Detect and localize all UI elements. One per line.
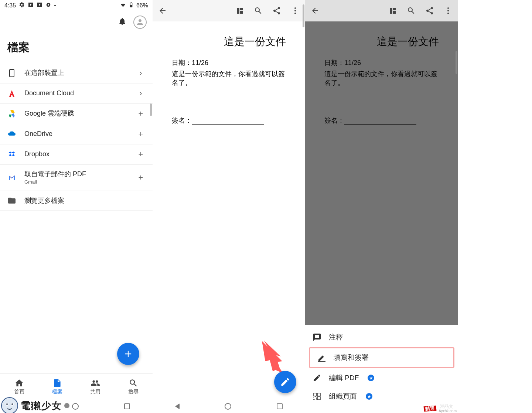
source-label: OneDrive (24, 130, 128, 138)
dot-icon (64, 403, 69, 408)
recents-button[interactable] (124, 403, 130, 409)
source-document-cloud[interactable]: Document Cloud › (0, 83, 153, 104)
onedrive-icon (7, 130, 16, 139)
status-right: 66% (120, 2, 148, 9)
search-icon[interactable] (253, 6, 263, 16)
action-label: 編輯 PDF (329, 373, 359, 383)
pencil-icon (313, 373, 321, 382)
source-gmail-pdf[interactable]: 取自電子郵件的 PDF Gmail + (0, 165, 153, 191)
more-icon[interactable] (290, 6, 300, 16)
view-mode-icon[interactable] (235, 6, 245, 16)
svg-rect-23 (317, 397, 320, 400)
svg-point-12 (294, 10, 296, 11)
google-drive-icon (7, 109, 16, 118)
svg-rect-20 (314, 393, 317, 396)
doc-toolbar (153, 0, 305, 21)
source-label: Google 雲端硬碟 (24, 109, 128, 118)
wifi-icon (120, 2, 126, 9)
svg-rect-21 (317, 393, 320, 396)
svg-rect-10 (240, 11, 243, 14)
circle-icon (45, 2, 51, 9)
svg-point-6 (6, 403, 8, 405)
source-google-drive[interactable]: Google 雲端硬碟 + (0, 104, 153, 124)
arrow-annotation (256, 339, 286, 373)
chevron-right-icon: › (136, 68, 145, 78)
dropbox-icon (7, 150, 16, 159)
nav-search[interactable]: 搜尋 (115, 373, 153, 400)
plus-icon: + (136, 150, 145, 159)
folder-icon (7, 196, 16, 205)
svg-rect-8 (237, 8, 239, 14)
scroll-indicator (150, 103, 152, 116)
plus-icon: + (136, 129, 145, 139)
premium-star-icon (368, 375, 374, 381)
source-browse-more[interactable]: 瀏覽更多檔案 (0, 191, 153, 211)
svg-rect-2 (10, 69, 14, 77)
svg-point-7 (11, 403, 13, 405)
highlight-annotation: 填寫和簽署 (309, 347, 454, 368)
doc-title: 這是一份文件 (172, 35, 286, 49)
premium-star-icon (366, 393, 372, 400)
signature-line (192, 124, 264, 125)
source-label: Dropbox (24, 150, 128, 158)
action-organize-pages[interactable]: 組織頁面 (305, 387, 458, 406)
source-label: 在這部裝置上 (24, 69, 128, 77)
bell-icon[interactable] (118, 17, 127, 27)
adobe-icon (7, 89, 16, 98)
action-comment[interactable]: 注釋 (305, 328, 458, 347)
share-icon[interactable] (425, 6, 434, 16)
fab-add[interactable] (117, 343, 139, 365)
status-time: 4:35 (4, 2, 16, 9)
home-button[interactable] (72, 403, 79, 410)
back-icon[interactable] (158, 6, 167, 16)
source-sublabel: Gmail (24, 179, 128, 185)
doc-body-line: 這是一份示範的文件，你看過就可以簽名了。 (172, 69, 286, 87)
nav-home[interactable]: 首頁 (0, 373, 38, 400)
sign-icon (317, 353, 326, 362)
nav-label: 檔案 (52, 389, 62, 395)
action-label: 填寫和簽署 (334, 353, 369, 362)
back-button[interactable] (175, 403, 180, 409)
android-nav-bar (153, 400, 305, 413)
recents-button[interactable] (277, 403, 283, 409)
panel-action-sheet: 這是一份文件 日期：11/26 這是一份示範的文件，你看過就可以簽名了。 簽名：… (305, 0, 458, 413)
youtube-icon (28, 2, 34, 9)
home-button[interactable] (225, 403, 231, 410)
source-onedrive[interactable]: OneDrive + (0, 124, 153, 144)
svg-point-18 (447, 10, 449, 11)
source-label: 取自電子郵件的 PDF (24, 170, 128, 178)
back-icon[interactable] (310, 6, 320, 16)
source-list: 在這部裝置上 › Document Cloud › Google 雲端硬碟 + … (0, 63, 153, 211)
nav-share[interactable]: 共用 (76, 373, 115, 400)
source-on-device[interactable]: 在這部裝置上 › (0, 63, 153, 83)
doc-date-line: 日期：11/26 (172, 58, 286, 67)
share-icon[interactable] (272, 6, 282, 16)
svg-point-3 (1, 397, 18, 413)
source-dropbox[interactable]: Dropbox + (0, 144, 153, 165)
pages-icon (313, 392, 321, 401)
svg-rect-14 (390, 8, 392, 14)
action-edit-pdf[interactable]: 編輯 PDF (305, 369, 458, 387)
nav-label: 搜尋 (128, 389, 139, 395)
page-title: 檔案 (0, 33, 153, 63)
nav-files[interactable]: 檔案 (38, 373, 76, 400)
doc-sign-line: 簽名： (172, 116, 286, 125)
app-header (0, 11, 153, 33)
account-avatar[interactable] (133, 16, 147, 29)
search-icon[interactable] (406, 6, 416, 16)
gear-icon (19, 2, 25, 9)
svg-rect-16 (393, 11, 396, 14)
more-icon[interactable] (443, 6, 453, 16)
view-mode-icon[interactable] (388, 6, 398, 16)
chevron-right-icon: › (136, 89, 145, 98)
wm-brand: 精選 (424, 406, 437, 412)
status-left: 4:35 (4, 2, 56, 9)
plus-icon: + (136, 109, 145, 119)
svg-point-17 (447, 7, 449, 9)
battery-icon (128, 2, 134, 9)
action-fill-sign[interactable]: 填寫和簽署 (310, 348, 453, 367)
svg-rect-15 (393, 8, 396, 10)
play-icon (413, 404, 422, 413)
fab-edit[interactable] (274, 371, 296, 393)
android-status-bar: 4:35 66% (0, 0, 153, 11)
